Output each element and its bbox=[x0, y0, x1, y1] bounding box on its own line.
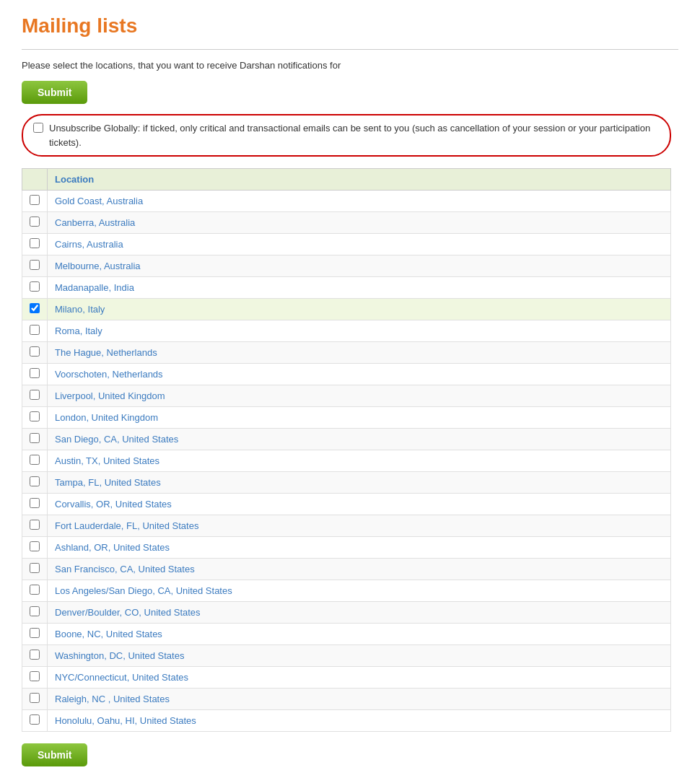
location-checkbox[interactable] bbox=[30, 520, 40, 530]
table-row: Liverpool, United Kingdom bbox=[22, 385, 671, 407]
location-checkbox[interactable] bbox=[30, 433, 40, 443]
location-name: Voorschoten, Netherlands bbox=[55, 369, 163, 380]
location-checkbox[interactable] bbox=[30, 238, 40, 248]
location-table: Location Gold Coast, AustraliaCanberra, … bbox=[22, 168, 671, 732]
location-label-cell: San Diego, CA, United States bbox=[48, 429, 671, 450]
location-name: Liverpool, United Kingdom bbox=[55, 390, 165, 401]
location-checkbox[interactable] bbox=[30, 714, 40, 725]
location-name: Raleigh, NC , United States bbox=[55, 694, 170, 704]
checkbox-cell bbox=[22, 277, 48, 299]
checkbox-cell bbox=[22, 494, 48, 515]
table-row: San Diego, CA, United States bbox=[22, 429, 671, 450]
location-name: NYC/Connecticut, United States bbox=[55, 672, 188, 683]
location-checkbox[interactable] bbox=[30, 368, 40, 378]
checkbox-cell bbox=[22, 342, 48, 364]
location-checkbox[interactable] bbox=[30, 325, 40, 335]
unsubscribe-text: Unsubscribe Globally: if ticked, only cr… bbox=[49, 121, 660, 149]
location-checkbox[interactable] bbox=[30, 563, 40, 573]
location-name: Honolulu, Oahu, HI, United States bbox=[55, 715, 196, 726]
location-checkbox[interactable] bbox=[30, 281, 40, 292]
location-checkbox[interactable] bbox=[30, 195, 40, 205]
location-checkbox[interactable] bbox=[30, 541, 40, 551]
location-label-cell: London, United Kingdom bbox=[48, 407, 671, 429]
location-checkbox[interactable] bbox=[30, 217, 40, 227]
table-row: London, United Kingdom bbox=[22, 407, 671, 429]
checkbox-cell bbox=[22, 645, 48, 667]
checkbox-cell bbox=[22, 689, 48, 710]
location-checkbox[interactable] bbox=[30, 455, 40, 465]
checkbox-cell bbox=[22, 559, 48, 580]
table-row: Melbourne, Australia bbox=[22, 255, 671, 277]
location-label-cell: Gold Coast, Australia bbox=[48, 191, 671, 212]
location-name: Washington, DC, United States bbox=[55, 650, 184, 661]
table-row: Los Angeles/San Diego, CA, United States bbox=[22, 580, 671, 602]
location-checkbox[interactable] bbox=[30, 606, 40, 616]
location-checkbox[interactable] bbox=[30, 498, 40, 508]
location-checkbox[interactable] bbox=[30, 411, 40, 421]
location-label-cell: Washington, DC, United States bbox=[48, 645, 671, 667]
checkbox-cell bbox=[22, 364, 48, 385]
location-checkbox[interactable] bbox=[30, 650, 40, 660]
location-label-cell: Corvallis, OR, United States bbox=[48, 494, 671, 515]
checkbox-cell bbox=[22, 537, 48, 559]
location-label-cell: Denver/Boulder, CO, United States bbox=[48, 602, 671, 624]
location-name: Madanapalle, India bbox=[55, 282, 134, 293]
location-checkbox[interactable] bbox=[30, 476, 40, 486]
location-name: Ashland, OR, United States bbox=[55, 542, 170, 553]
location-checkbox[interactable] bbox=[30, 585, 40, 595]
location-checkbox[interactable] bbox=[30, 628, 40, 638]
checkbox-cell bbox=[22, 602, 48, 624]
location-name: Tampa, FL, United States bbox=[55, 477, 161, 488]
location-name: Denver/Boulder, CO, United States bbox=[55, 607, 201, 618]
table-row: Gold Coast, Australia bbox=[22, 191, 671, 212]
location-checkbox[interactable] bbox=[30, 260, 40, 270]
location-label-cell: Boone, NC, United States bbox=[48, 624, 671, 645]
checkbox-cell bbox=[22, 624, 48, 645]
location-label-cell: Austin, TX, United States bbox=[48, 450, 671, 472]
checkbox-cell bbox=[22, 212, 48, 234]
checkbox-cell bbox=[22, 385, 48, 407]
location-name: San Diego, CA, United States bbox=[55, 434, 178, 445]
page-title: Mailing lists bbox=[22, 14, 678, 38]
location-name: Melbourne, Australia bbox=[55, 261, 141, 271]
location-label-cell: Raleigh, NC , United States bbox=[48, 689, 671, 710]
checkbox-cell bbox=[22, 667, 48, 689]
location-name: The Hague, Netherlands bbox=[55, 347, 157, 358]
location-name: Canberra, Australia bbox=[55, 217, 135, 228]
table-row: Madanapalle, India bbox=[22, 277, 671, 299]
location-name: Milano, Italy bbox=[55, 304, 105, 315]
location-name: Fort Lauderdale, FL, United States bbox=[55, 520, 198, 531]
location-checkbox[interactable] bbox=[30, 303, 40, 313]
location-label-cell: San Francisco, CA, United States bbox=[48, 559, 671, 580]
unsubscribe-checkbox[interactable] bbox=[33, 123, 43, 133]
table-row: Fort Lauderdale, FL, United States bbox=[22, 515, 671, 537]
location-name: Cairns, Australia bbox=[55, 239, 123, 250]
location-checkbox[interactable] bbox=[30, 346, 40, 357]
submit-button-top[interactable]: Submit bbox=[22, 81, 87, 104]
location-label-cell: The Hague, Netherlands bbox=[48, 342, 671, 364]
location-name: London, United Kingdom bbox=[55, 412, 158, 423]
checkbox-cell bbox=[22, 234, 48, 255]
checkbox-cell bbox=[22, 407, 48, 429]
table-row: Corvallis, OR, United States bbox=[22, 494, 671, 515]
table-row: Raleigh, NC , United States bbox=[22, 689, 671, 710]
checkbox-cell bbox=[22, 320, 48, 342]
table-row: Ashland, OR, United States bbox=[22, 537, 671, 559]
checkbox-cell bbox=[22, 450, 48, 472]
location-label-cell: Cairns, Australia bbox=[48, 234, 671, 255]
unsubscribe-row: Unsubscribe Globally: if ticked, only cr… bbox=[22, 114, 671, 157]
location-label-cell: Madanapalle, India bbox=[48, 277, 671, 299]
checkbox-cell bbox=[22, 299, 48, 320]
checkbox-cell bbox=[22, 710, 48, 732]
submit-button-bottom[interactable]: Submit bbox=[22, 743, 87, 766]
location-checkbox[interactable] bbox=[30, 671, 40, 681]
location-label-cell: Melbourne, Australia bbox=[48, 255, 671, 277]
divider bbox=[22, 49, 678, 50]
location-name: Boone, NC, United States bbox=[55, 629, 162, 639]
table-row: Tampa, FL, United States bbox=[22, 472, 671, 494]
location-label-cell: Honolulu, Oahu, HI, United States bbox=[48, 710, 671, 732]
location-checkbox[interactable] bbox=[30, 390, 40, 400]
location-checkbox[interactable] bbox=[30, 693, 40, 703]
location-label-cell: Los Angeles/San Diego, CA, United States bbox=[48, 580, 671, 602]
table-row: San Francisco, CA, United States bbox=[22, 559, 671, 580]
